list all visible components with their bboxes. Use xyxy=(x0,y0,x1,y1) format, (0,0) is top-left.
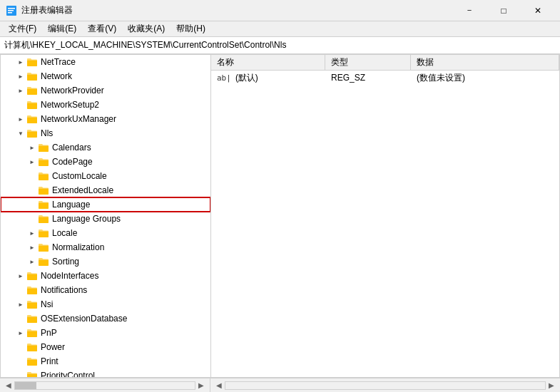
tree-item-normalization[interactable]: ► Normalization xyxy=(1,240,210,254)
scroll-right-button[interactable]: ▶ xyxy=(195,378,207,393)
tree-item-notifications[interactable]: Notifications xyxy=(1,283,210,297)
folder-icon-extendedlocale xyxy=(38,185,49,195)
folder-icon-languagegroups xyxy=(38,214,49,224)
tree-item-osextensiondatabase[interactable]: OSExtensionDatabase xyxy=(1,311,210,326)
main-content: ► NetTrace► Network► NetworkProvider Net… xyxy=(0,54,560,378)
expand-icon-network[interactable]: ► xyxy=(15,71,26,82)
expand-icon-codepage[interactable]: ► xyxy=(26,156,38,167)
tree-item-print[interactable]: Print xyxy=(1,354,210,368)
status-bar-right: ◀ ▶ xyxy=(210,378,560,392)
tree-item-nodeinterfaces[interactable]: ► NodeInterfaces xyxy=(1,269,210,283)
expand-icon-notifications[interactable] xyxy=(15,284,26,296)
regedit-icon xyxy=(6,5,17,16)
tree-item-customlocale[interactable]: CustomLocale xyxy=(1,169,210,183)
folder-icon-prioritycontrol xyxy=(26,371,38,377)
tree-item-extendedlocale[interactable]: ExtendedLocale xyxy=(1,183,210,197)
expand-icon-normalization[interactable]: ► xyxy=(26,242,38,253)
tree-item-languagegroups[interactable]: Language Groups xyxy=(1,212,210,226)
folder-icon-calendars xyxy=(38,143,49,153)
tree-item-codepage[interactable]: ► CodePage xyxy=(1,155,210,169)
expand-icon-prioritycontrol[interactable] xyxy=(15,370,26,377)
folder-icon-pnp xyxy=(26,328,38,338)
tree-item-prioritycontrol[interactable]: PriorityControl... xyxy=(1,368,210,377)
tree-item-nsi[interactable]: ► Nsi xyxy=(1,297,210,311)
folder-icon-networkprovider xyxy=(26,86,38,96)
tree-label-language: Language xyxy=(52,200,90,210)
tree-item-network[interactable]: ► Network xyxy=(1,69,210,83)
expand-icon-networksetup2[interactable] xyxy=(15,99,26,110)
horizontal-scrollbar-right[interactable] xyxy=(225,381,546,390)
data-cell-name: ab|(默认) xyxy=(211,71,325,86)
data-row[interactable]: ab|(默认)REG_SZ(数值未设置) xyxy=(211,71,559,85)
expand-icon-nodeinterfaces[interactable]: ► xyxy=(15,270,26,282)
tree-item-nls[interactable]: ▼ Nls xyxy=(1,126,210,140)
tree-item-power[interactable]: Power xyxy=(1,340,210,354)
folder-icon-power xyxy=(26,342,38,352)
expand-icon-customlocale[interactable] xyxy=(26,170,38,182)
svg-rect-1 xyxy=(8,8,15,9)
scroll-right-button-right[interactable]: ▶ xyxy=(546,378,557,393)
status-bar-left: ◀ ▶ xyxy=(0,378,210,392)
tree-label-prioritycontrol: PriorityControl... xyxy=(41,371,102,377)
folder-icon-print xyxy=(26,356,38,366)
expand-icon-pnp[interactable]: ► xyxy=(15,327,26,339)
tree-label-print: Print xyxy=(41,356,58,366)
tree-item-networkuxmanager[interactable]: ► NetworkUxManager xyxy=(1,112,210,126)
horizontal-scrollbar-left[interactable] xyxy=(14,381,195,390)
tree-label-locale: Locale xyxy=(52,228,77,238)
col-data-header: 数据 xyxy=(411,55,559,70)
address-path: 计算机\HKEY_LOCAL_MACHINE\SYSTEM\CurrentCon… xyxy=(4,39,286,51)
data-cell-type: REG_SZ xyxy=(325,71,411,84)
title-text: 注册表编辑器 xyxy=(21,4,73,16)
menu-item-帮助[interactable]: 帮助(H) xyxy=(170,21,211,36)
expand-icon-print[interactable] xyxy=(15,356,26,367)
tree-label-extendedlocale: ExtendedLocale xyxy=(52,185,113,195)
menu-item-查看[interactable]: 查看(V) xyxy=(82,21,122,36)
scroll-left-button[interactable]: ◀ xyxy=(3,378,14,393)
tree-scroll[interactable]: ► NetTrace► Network► NetworkProvider Net… xyxy=(1,55,210,377)
data-row-name: (默认) xyxy=(235,72,258,84)
expand-icon-nettrace[interactable]: ► xyxy=(15,56,26,68)
tree-label-codepage: CodePage xyxy=(52,157,93,167)
tree-label-notifications: Notifications xyxy=(41,285,87,295)
expand-icon-sorting[interactable]: ► xyxy=(26,256,38,267)
tree-item-language[interactable]: Language xyxy=(1,197,210,212)
tree-item-locale[interactable]: ► Locale xyxy=(1,226,210,240)
folder-icon-normalization xyxy=(38,242,49,252)
tree-item-pnp[interactable]: ► PnP xyxy=(1,326,210,340)
expand-icon-osextensiondatabase[interactable] xyxy=(15,313,26,324)
expand-icon-networkuxmanager[interactable]: ► xyxy=(15,113,26,125)
menu-item-收藏夹[interactable]: 收藏夹(A) xyxy=(122,21,170,36)
tree-item-networksetup2[interactable]: NetworkSetup2 xyxy=(1,98,210,112)
tree-label-nettrace: NetTrace xyxy=(41,57,76,67)
folder-icon-nodeinterfaces xyxy=(26,271,38,281)
tree-item-nettrace[interactable]: ► NetTrace xyxy=(1,55,210,69)
expand-icon-networkprovider[interactable]: ► xyxy=(15,85,26,96)
col-name-header: 名称 xyxy=(211,55,325,70)
close-button[interactable]: ✕ xyxy=(521,0,554,21)
expand-icon-power[interactable] xyxy=(15,341,26,353)
expand-icon-language[interactable] xyxy=(26,199,38,210)
expand-icon-calendars[interactable]: ► xyxy=(26,142,38,153)
tree-item-sorting[interactable]: ► Sorting xyxy=(1,254,210,269)
tree-item-networkprovider[interactable]: ► NetworkProvider xyxy=(1,83,210,98)
title-bar: 注册表编辑器 － □ ✕ xyxy=(0,0,560,21)
tree-item-calendars[interactable]: ► Calendars xyxy=(1,140,210,155)
expand-icon-locale[interactable]: ► xyxy=(26,227,38,239)
expand-icon-nsi[interactable]: ► xyxy=(15,299,26,310)
tree-panel: ► NetTrace► Network► NetworkProvider Net… xyxy=(1,55,211,377)
scroll-left-button-right[interactable]: ◀ xyxy=(213,378,225,393)
maximize-button[interactable]: □ xyxy=(487,0,520,21)
folder-icon-nls xyxy=(26,128,38,138)
folder-icon-language xyxy=(38,200,49,210)
window-controls: － □ ✕ xyxy=(453,0,554,21)
menu-item-文件[interactable]: 文件(F) xyxy=(3,21,42,36)
expand-icon-nls[interactable]: ▼ xyxy=(15,128,26,139)
menu-item-编辑[interactable]: 编辑(E) xyxy=(42,21,82,36)
expand-icon-languagegroups[interactable] xyxy=(26,213,38,225)
tree-label-sorting: Sorting xyxy=(52,257,79,267)
expand-icon-extendedlocale[interactable] xyxy=(26,185,38,196)
minimize-button[interactable]: － xyxy=(453,0,486,21)
folder-icon-osextensiondatabase xyxy=(26,314,38,324)
tree-label-nls: Nls xyxy=(41,128,53,138)
